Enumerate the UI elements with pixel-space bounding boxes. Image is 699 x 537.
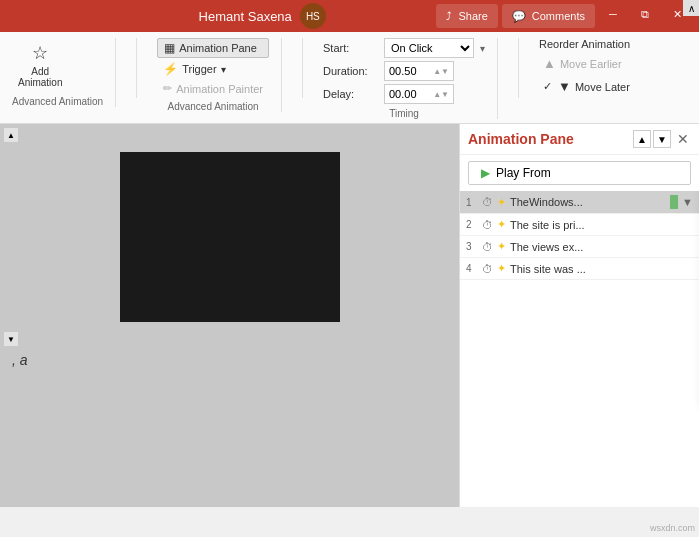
slide-nav-down[interactable]: ▼ [4,332,18,346]
sep2 [302,38,303,98]
ribbon: ☆ AddAnimation Advanced Animation ▦ Anim… [0,32,699,124]
delay-spinner[interactable]: ▲▼ [433,90,449,99]
move-later-label: Move Later [575,81,630,93]
share-icon: ⤴ [446,10,452,22]
pane-header-controls: ▲ ▼ ✕ [633,130,691,148]
add-animation-group: ☆ AddAnimation Advanced Animation [12,38,116,107]
start-row: Start: On Click With Previous After Prev… [323,38,485,58]
anim-num-1: 1 [466,197,478,208]
anim-text-3: The views ex... [510,241,693,253]
start-select[interactable]: On Click With Previous After Previous [384,38,474,58]
anim-text-2: The site is pri... [510,219,693,231]
ribbon-small-group: ▦ Animation Pane ⚡ Trigger ▾ ✏ Animation… [157,38,269,97]
advanced-animation-label: Advanced Animation [12,96,103,107]
anim-num-2: 2 [466,219,478,230]
anim-star-2: ✦ [497,218,506,231]
add-animation-button[interactable]: ☆ AddAnimation [12,38,68,92]
reorder-group: Reorder Animation ▲ Move Earlier ▼ Move … [539,38,646,96]
comments-icon: 💬 [512,10,526,23]
move-later-arrow: ▼ [558,79,571,94]
anim-dropdown-1[interactable]: ▼ [682,196,693,208]
anim-bar-1 [670,195,678,209]
slide-thumbnail [120,152,340,322]
duration-input[interactable]: 00.50 ▲▼ [384,61,454,81]
delay-value: 00.00 [389,88,417,100]
scroll-down-button[interactable]: ▼ [653,130,671,148]
timing-label2: Timing [389,108,419,119]
anim-item-4[interactable]: 4 ⏱ ✦ This site was ... [460,258,699,280]
scroll-buttons: ▲ ▼ [633,130,671,148]
sep3 [518,38,519,98]
duration-row: Duration: 00.50 ▲▼ [323,61,485,81]
slide-bottom-text: , a [4,348,455,372]
reorder-controls: Reorder Animation ▲ Move Earlier ▼ Move … [539,38,634,96]
user-avatar: HS [300,3,326,29]
restore-button[interactable]: ⧉ [631,4,659,24]
trigger-button[interactable]: ⚡ Trigger ▾ [157,60,269,78]
play-from-button[interactable]: ▶ Play From [468,161,691,185]
anim-clock-3: ⏱ [482,241,493,253]
animation-painter-button[interactable]: ✏ Animation Painter [157,80,269,97]
share-label: Share [458,10,487,22]
share-button[interactable]: ⤴ Share [436,4,497,28]
anim-star-4: ✦ [497,262,506,275]
titlebar: Hemant Saxena HS ⤴ Share 💬 Comments ─ ⧉ … [0,0,699,32]
add-animation-label: AddAnimation [18,66,62,88]
ribbon-collapse-button[interactable]: ∧ [683,0,699,16]
pane-title: Animation Pane [468,131,574,147]
anim-num-4: 4 [466,263,478,274]
move-later-button[interactable]: ▼ Move Later [539,77,634,96]
animation-pane-button[interactable]: ▦ Animation Pane [157,38,269,58]
duration-label: Duration: [323,65,378,77]
anim-item-3[interactable]: 3 ⏱ ✦ The views ex... [460,236,699,258]
timing-group: Start: On Click With Previous After Prev… [323,38,498,119]
pane-header: Animation Pane ▲ ▼ ✕ [460,124,699,155]
titlebar-controls: ⤴ Share 💬 Comments ─ ⧉ ✕ [436,4,691,28]
anim-text-1: TheWindows... [510,196,664,208]
animation-painter-label: Animation Painter [176,83,263,95]
trigger-label: Trigger [182,63,216,75]
animation-pane-icon: ▦ [164,41,175,55]
move-earlier-label: Move Earlier [560,58,622,70]
anim-item-2[interactable]: 2 ⏱ ✦ The site is pri... [460,214,699,236]
anim-star-1: ✦ [497,196,506,209]
start-arrow: ▾ [480,43,485,54]
title-text: Hemant Saxena [199,9,292,24]
watermark: wsxdn.com [650,523,695,533]
delay-row: Delay: 00.00 ▲▼ [323,84,485,104]
trigger-arrow: ▾ [221,64,226,75]
add-animation-icon: ☆ [32,42,48,64]
animation-pane: Animation Pane ▲ ▼ ✕ ▶ Play From 1 ⏱ ✦ T… [459,124,699,507]
minimize-button[interactable]: ─ [599,4,627,24]
slide-area: ▲ ▼ , a [0,124,459,507]
animation-painter-icon: ✏ [163,82,172,95]
comments-label: Comments [532,10,585,22]
anim-star-3: ✦ [497,240,506,253]
anim-clock-1: ⏱ [482,196,493,208]
content-area: ▲ ▼ , a Animation Pane ▲ ▼ ✕ ▶ Play From… [0,124,699,507]
animation-pane-label: Animation Pane [179,42,257,54]
slide-nav-up[interactable]: ▲ [4,128,18,142]
pane-close-button[interactable]: ✕ [675,131,691,147]
scroll-up-button[interactable]: ▲ [633,130,651,148]
reorder-title: Reorder Animation [539,38,634,50]
play-from-label: Play From [496,166,551,180]
anim-num-3: 3 [466,241,478,252]
timing-controls: Start: On Click With Previous After Prev… [323,38,485,104]
start-label: Start: [323,42,378,54]
animation-pane-group: ▦ Animation Pane ⚡ Trigger ▾ ✏ Animation… [157,38,282,112]
duration-spinner[interactable]: ▲▼ [433,67,449,76]
trigger-icon: ⚡ [163,62,178,76]
titlebar-center: Hemant Saxena HS [199,3,326,29]
animation-list: 1 ⏱ ✦ TheWindows... ▼ ⊞ Start On Click S… [460,191,699,507]
delay-input[interactable]: 00.00 ▲▼ [384,84,454,104]
advanced-animation-label2: Advanced Animation [168,101,259,112]
move-earlier-arrow: ▲ [543,56,556,71]
duration-value: 00.50 [389,65,417,77]
anim-item-1[interactable]: 1 ⏱ ✦ TheWindows... ▼ ⊞ Start On Click S… [460,191,699,214]
delay-label: Delay: [323,88,378,100]
sep1 [136,38,137,98]
move-earlier-button[interactable]: ▲ Move Earlier [539,54,634,73]
comments-button[interactable]: 💬 Comments [502,4,595,28]
play-from-icon: ▶ [481,166,490,180]
